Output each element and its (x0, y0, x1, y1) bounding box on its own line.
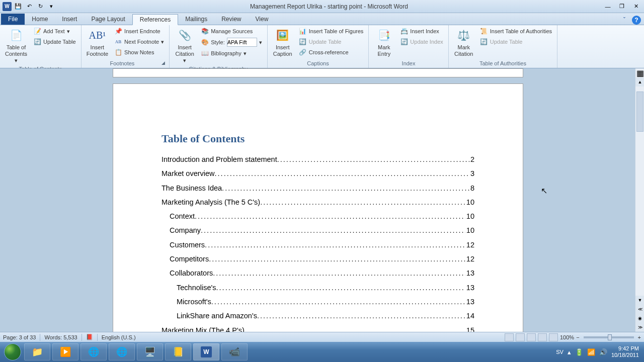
ie-task-button[interactable]: 🌐 (80, 343, 107, 360)
mark-entry-icon: 📑 (376, 27, 392, 43)
show-notes-button[interactable]: 📋Show Notes (112, 47, 166, 57)
ruler-toggle-button[interactable]: ▦ (635, 68, 644, 77)
zoom-slider[interactable] (584, 336, 634, 338)
proofing-icon[interactable]: 📕 (86, 334, 93, 340)
toc-entry[interactable]: Marketing Analysis (The 5 C's)..........… (162, 197, 474, 207)
maximize-button[interactable]: ❐ (616, 2, 628, 11)
print-layout-view-button[interactable] (505, 333, 514, 341)
undo-button[interactable]: ↶ (24, 2, 34, 12)
next-page-button[interactable]: ≫ (635, 323, 644, 332)
minimize-ribbon-button[interactable]: ˇ (620, 16, 629, 25)
zoom-level[interactable]: 100% (560, 334, 574, 340)
tab-references[interactable]: References (132, 14, 178, 25)
zoom-in-button[interactable]: + (638, 334, 641, 340)
notes-task-button[interactable]: 📒 (165, 343, 191, 360)
toc-entry[interactable]: Context.................................… (162, 211, 474, 221)
toc-entry[interactable]: Marketing Mix (The 4 P's)...............… (162, 325, 474, 332)
manage-sources-button[interactable]: 📚Manage Sources (199, 26, 264, 36)
toc-entry[interactable]: Microsoft's.............................… (162, 297, 474, 307)
insert-footnote-button[interactable]: AB¹ Insert Footnote (85, 26, 110, 58)
tray-power-icon[interactable]: 🔋 (575, 348, 583, 356)
tab-file[interactable]: File (1, 14, 25, 25)
redo-button[interactable]: ↻ (35, 2, 45, 12)
insert-authorities-button[interactable]: 📜Insert Table of Authorities (478, 26, 554, 36)
browse-object-button[interactable]: ◉ (635, 314, 644, 323)
zoom-out-button[interactable]: − (576, 334, 579, 340)
insert-table-figures-button[interactable]: 📊Insert Table of Figures (297, 26, 366, 36)
toc-entry[interactable]: LinkShare and Amazon's..................… (162, 311, 474, 321)
toc-leader: ........................................… (260, 197, 465, 207)
prev-page-button[interactable]: ≪ (635, 305, 644, 314)
bibliography-button[interactable]: 📖Bibliography ▾ (199, 48, 264, 58)
mark-citation-button[interactable]: ⚖️ Mark Citation (452, 26, 476, 58)
update-table-button[interactable]: 🔄Update Table (31, 37, 78, 47)
zoom-slider-thumb[interactable] (608, 334, 612, 340)
tray-network-icon[interactable]: 📶 (587, 348, 595, 356)
word-task-button[interactable]: W (193, 343, 219, 360)
toc-leader: ........................................… (211, 297, 465, 307)
scroll-down-button[interactable]: ▼ (635, 296, 644, 305)
tab-home[interactable]: Home (25, 14, 55, 25)
tray-language[interactable]: SV (556, 349, 564, 355)
tray-show-hidden-icon[interactable]: ▴ (568, 348, 571, 356)
toc-entry[interactable]: Customers...............................… (162, 240, 474, 250)
vertical-scrollbar[interactable]: ▦ ▲ ▼ ≪ ◉ ≫ (635, 68, 644, 332)
web-layout-view-button[interactable] (527, 333, 536, 341)
app-task-button[interactable]: 🖥️ (137, 343, 163, 360)
insert-index-button[interactable]: 📇Insert Index (398, 26, 445, 36)
outline-view-button[interactable] (538, 333, 547, 341)
toc-entry[interactable]: Introduction and Problem statement......… (162, 154, 474, 164)
document-area[interactable]: Table of Contents Introduction and Probl… (0, 68, 635, 332)
quick-access-toolbar: W 💾 ↶ ↻ ▾ (2, 2, 56, 12)
style-dropdown[interactable] (227, 38, 257, 47)
status-language[interactable]: English (U.S.) (102, 334, 136, 340)
toc-leader: ........................................… (257, 311, 465, 321)
media-player-task-button[interactable]: ▶️ (52, 343, 78, 360)
status-words[interactable]: Words: 5,533 (44, 334, 77, 340)
tray-clock[interactable]: 9:42 PM 10/18/2011 (611, 345, 639, 358)
close-button[interactable]: ✕ (630, 2, 642, 11)
ie-task-button-2[interactable]: 🌐 (109, 343, 135, 360)
document-page[interactable]: Table of Contents Introduction and Probl… (113, 83, 523, 332)
insert-endnote-button[interactable]: 📌Insert Endnote (112, 26, 166, 36)
tray-volume-icon[interactable]: 🔊 (599, 348, 607, 356)
help-button[interactable]: ? (632, 16, 641, 25)
redo-icon: ↻ (38, 3, 43, 10)
next-footnote-button[interactable]: ABNext Footnote ▾ (112, 37, 166, 47)
toc-entry[interactable]: Company.................................… (162, 225, 474, 235)
toc-icon: 📄 (8, 27, 24, 43)
tab-page-layout[interactable]: Page Layout (84, 14, 132, 25)
qat-customize-button[interactable]: ▾ (46, 2, 56, 12)
scroll-up-button[interactable]: ▲ (635, 77, 644, 86)
tab-review[interactable]: Review (214, 14, 248, 25)
toc-entry[interactable]: Competitors.............................… (162, 254, 474, 264)
toc-entry[interactable]: Technolise's............................… (162, 283, 474, 293)
insert-caption-button[interactable]: 🖼️ Insert Caption (271, 26, 295, 58)
update-icon: 🔄 (480, 38, 488, 46)
draft-view-button[interactable] (549, 333, 558, 341)
toc-entry[interactable]: Market overview.........................… (162, 168, 474, 178)
tab-view[interactable]: View (249, 14, 276, 25)
word-app-icon[interactable]: W (2, 2, 12, 12)
toc-entry[interactable]: Collaborators...........................… (162, 268, 474, 278)
mark-entry-button[interactable]: 📑 Mark Entry (372, 26, 396, 58)
full-screen-view-button[interactable] (516, 333, 525, 341)
toc-entry[interactable]: The Business Idea.......................… (162, 183, 474, 193)
save-button[interactable]: 💾 (13, 2, 23, 12)
add-text-button[interactable]: 📝Add Text ▾ (31, 26, 78, 36)
insert-citation-button[interactable]: 📎 Insert Citation ▾ (173, 26, 197, 65)
toc-entry-page: 10 (465, 197, 474, 207)
minimize-button[interactable]: — (602, 2, 614, 11)
toc-entry-text: LinkShare and Amazon's (177, 311, 257, 321)
scroll-thumb[interactable] (636, 92, 643, 132)
authorities-icon: 📜 (480, 27, 488, 35)
tab-insert[interactable]: Insert (55, 14, 84, 25)
footnotes-dialog-launcher[interactable]: ◢ (160, 60, 166, 66)
camera-task-button[interactable]: 📹 (221, 343, 248, 360)
start-button[interactable] (2, 343, 23, 361)
table-of-contents-button[interactable]: 📄 Table of Contents ▾ (3, 26, 29, 65)
explorer-task-button[interactable]: 📁 (24, 343, 50, 360)
status-page[interactable]: Page: 3 of 33 (3, 334, 36, 340)
tab-mailings[interactable]: Mailings (178, 14, 214, 25)
cross-reference-button[interactable]: 🔗Cross-reference (297, 47, 366, 57)
